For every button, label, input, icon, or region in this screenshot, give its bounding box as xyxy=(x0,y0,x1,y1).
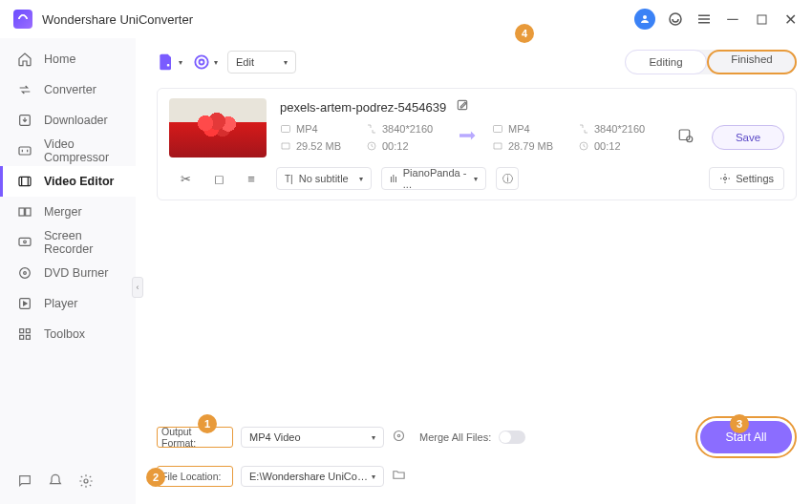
video-thumbnail[interactable] xyxy=(169,98,267,158)
app-logo xyxy=(13,10,32,29)
notification-icon[interactable] xyxy=(48,473,63,493)
output-format-label: Output Format: xyxy=(157,427,233,448)
sidebar-item-screen-recorder[interactable]: Screen Recorder xyxy=(0,227,136,258)
sidebar-item-merger[interactable]: Merger xyxy=(0,197,136,227)
src-format: MP4 xyxy=(280,123,358,135)
sidebar-item-toolbox[interactable]: Toolbox xyxy=(0,319,136,349)
sidebar-item-dvd-burner[interactable]: DVD Burner xyxy=(0,258,136,288)
file-card: pexels-artem-podrez-5454639 MP4 29.52 MB… xyxy=(157,88,797,200)
sidebar-item-converter[interactable]: Converter xyxy=(0,74,136,105)
minimize-button[interactable]: ─ xyxy=(724,10,741,28)
chevron-down-icon: ▾ xyxy=(372,472,375,481)
add-file-button[interactable]: ▾ xyxy=(157,52,182,72)
titlebar: Wondershare UniConverter ─ ✕ xyxy=(0,0,812,38)
svg-rect-21 xyxy=(282,126,290,133)
svg-point-28 xyxy=(395,430,404,440)
svg-rect-8 xyxy=(19,238,31,245)
merge-all-label: Merge All Files: xyxy=(419,431,491,443)
subtitle-value: No subtitle xyxy=(299,173,349,184)
audio-value: PianoPanda - ... xyxy=(403,167,468,190)
tab-editing[interactable]: Editing xyxy=(625,50,707,74)
save-button[interactable]: Save xyxy=(712,125,784,150)
info-button[interactable]: ⓘ xyxy=(496,167,519,190)
svg-rect-13 xyxy=(20,329,24,333)
callout-3: 3 xyxy=(730,414,749,433)
chevron-down-icon: ▾ xyxy=(214,58,218,67)
output-format-value: MP4 Video xyxy=(249,431,301,443)
trim-icon[interactable]: ✂ xyxy=(181,172,191,186)
tab-finished[interactable]: Finished xyxy=(711,53,793,65)
src-duration: 00:12 xyxy=(366,140,448,152)
conversion-arrow-icon xyxy=(456,129,484,146)
sidebar-item-label: Video Editor xyxy=(44,175,114,188)
sidebar-item-label: Merger xyxy=(44,205,82,219)
svg-point-11 xyxy=(24,272,27,275)
more-icon[interactable]: ≡ xyxy=(247,172,255,186)
chevron-down-icon: ▾ xyxy=(372,433,375,442)
sidebar: Home Converter Downloader Video Compress… xyxy=(0,38,136,504)
svg-rect-6 xyxy=(19,208,24,216)
subtitle-dropdown[interactable]: T|No subtitle▾ xyxy=(276,167,372,190)
edit-dropdown-label: Edit xyxy=(236,56,254,68)
svg-point-19 xyxy=(200,60,204,65)
sidebar-item-home[interactable]: Home xyxy=(0,44,136,74)
svg-rect-4 xyxy=(19,147,31,155)
sidebar-item-compressor[interactable]: Video Compressor xyxy=(0,136,136,166)
dst-format: MP4 xyxy=(492,123,570,135)
svg-rect-7 xyxy=(26,208,31,216)
svg-rect-25 xyxy=(679,130,690,140)
callout-2: 2 xyxy=(146,468,165,487)
sidebar-item-label: DVD Burner xyxy=(44,266,108,280)
svg-rect-14 xyxy=(26,329,30,333)
output-format-select[interactable]: MP4 Video▾ xyxy=(241,427,384,448)
settings-label: Settings xyxy=(736,173,774,184)
app-title: Wondershare UniConverter xyxy=(42,12,193,27)
add-url-button[interactable]: ▾ xyxy=(192,52,218,72)
crop-icon[interactable]: ◻ xyxy=(214,172,224,186)
status-tabs: Editing Finished xyxy=(625,50,797,74)
file-location-value: E:\Wondershare UniConverter xyxy=(249,471,372,482)
sidebar-item-player[interactable]: Player xyxy=(0,288,136,319)
chevron-down-icon: ▾ xyxy=(359,175,363,183)
menu-icon[interactable] xyxy=(695,10,713,28)
audio-dropdown[interactable]: ılıPianoPanda - ...▾ xyxy=(381,167,486,190)
file-location-select[interactable]: E:\Wondershare UniConverter▾ xyxy=(241,466,384,487)
svg-point-17 xyxy=(84,479,88,483)
edit-dropdown[interactable]: Edit▾ xyxy=(227,51,296,74)
feedback-icon[interactable] xyxy=(17,473,32,493)
output-settings-icon[interactable] xyxy=(677,127,694,148)
sidebar-item-video-editor[interactable]: Video Editor xyxy=(0,166,136,197)
rename-icon[interactable] xyxy=(456,98,469,116)
dst-resolution: 3840*2160 xyxy=(578,123,660,135)
sidebar-item-downloader[interactable]: Downloader xyxy=(0,105,136,136)
svg-rect-5 xyxy=(19,177,31,185)
svg-rect-23 xyxy=(494,126,502,133)
callout-1: 1 xyxy=(198,414,217,433)
support-icon[interactable] xyxy=(667,10,684,28)
svg-rect-15 xyxy=(20,335,24,339)
svg-point-18 xyxy=(195,55,207,68)
close-button[interactable]: ✕ xyxy=(781,10,799,29)
svg-point-29 xyxy=(397,434,400,437)
maximize-button[interactable] xyxy=(753,14,770,25)
user-avatar-icon[interactable] xyxy=(634,9,655,30)
merge-all-toggle[interactable] xyxy=(499,430,525,444)
svg-point-0 xyxy=(643,15,647,19)
sidebar-item-label: Converter xyxy=(44,83,96,96)
format-settings-icon[interactable] xyxy=(392,429,406,447)
sidebar-item-label: Video Compressor xyxy=(44,137,118,164)
sidebar-item-label: Home xyxy=(44,52,75,66)
sidebar-collapse-toggle[interactable]: ‹ xyxy=(132,277,143,298)
svg-point-10 xyxy=(20,268,31,279)
dst-size: 28.79 MB xyxy=(492,140,570,152)
svg-rect-16 xyxy=(26,335,30,339)
tab-finished-highlight: Finished xyxy=(707,50,797,74)
file-location-label: File Location: xyxy=(157,466,233,487)
file-settings-button[interactable]: Settings xyxy=(709,167,784,190)
chevron-down-icon: ▾ xyxy=(284,58,288,67)
svg-point-1 xyxy=(670,13,681,25)
settings-icon[interactable] xyxy=(78,473,94,493)
sidebar-item-label: Downloader xyxy=(44,114,108,127)
open-folder-icon[interactable] xyxy=(392,468,406,486)
callout-4: 4 xyxy=(515,24,534,43)
